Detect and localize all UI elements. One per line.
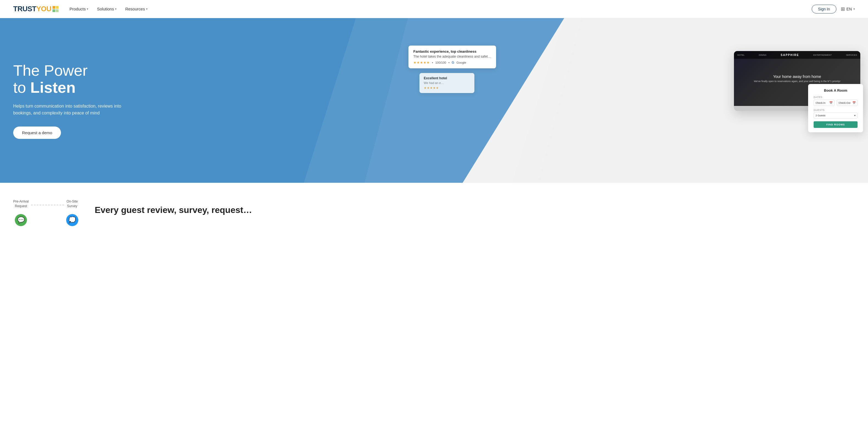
star-rating-1: ★★★★★ xyxy=(413,61,430,65)
square-green xyxy=(53,9,55,12)
review-card-2: Excellent hotel We had an e… ★★★★★ xyxy=(420,73,474,93)
hotel-subtext: We've finally open to reservations again… xyxy=(754,80,840,82)
whatsapp-icon: 💬 xyxy=(15,214,27,226)
square-light-green xyxy=(56,9,59,12)
review-card-1: Fantastic experience, top cleanliness Th… xyxy=(408,45,496,68)
guests-label: GUESTS xyxy=(814,109,858,111)
journey-row: Pre-Arrival Request 💬 On-Site Survey 💭 xyxy=(13,199,855,226)
nav-solutions[interactable]: Solutions ▾ xyxy=(97,7,117,11)
book-room-widget: Book A Room DATES Check-In 📅 Check-Out 📅… xyxy=(808,84,863,132)
chevron-down-icon: ▾ xyxy=(854,7,855,10)
journey-item-pre-arrival: Pre-Arrival Request 💬 xyxy=(13,199,29,226)
calendar-icon: 📅 xyxy=(852,101,856,104)
translate-icon: ⊞ xyxy=(841,6,845,12)
chevron-down-icon: ▾ xyxy=(854,114,856,117)
square-yellow xyxy=(56,6,59,9)
chevron-down-icon: ▾ xyxy=(87,7,88,10)
hotel-nav-bar: HOTEL DINING SAPPHIRE ENTERTAINMENT SERV… xyxy=(734,51,860,59)
hotel-tagline: Your home away from home xyxy=(754,74,840,79)
journey-item-onsite: On-Site Survey 💭 xyxy=(66,199,78,226)
chevron-down-icon: ▾ xyxy=(146,7,148,10)
star-rating-2: ★★★★★ xyxy=(424,86,470,90)
sign-in-button[interactable]: Sign In xyxy=(812,5,836,13)
nav-products[interactable]: Products ▾ xyxy=(69,7,88,11)
bottom-right-text: Every guest review, survey, request… xyxy=(95,199,855,215)
hero-subtitle: Helps turn communication into satisfacti… xyxy=(13,103,129,116)
logo-grid xyxy=(53,6,59,12)
navbar-right: Sign In ⊞ EN ▾ xyxy=(812,5,855,13)
language-selector[interactable]: ⊞ EN ▾ xyxy=(841,6,855,12)
journey-connector-1 xyxy=(29,199,66,208)
check-in-field[interactable]: Check-In 📅 xyxy=(814,100,835,106)
find-rooms-button[interactable]: FIND ROOMS xyxy=(814,121,858,128)
hotel-overlay-text: Your home away from home We've finally o… xyxy=(754,74,840,82)
hero-visuals: Fantastic experience, top cleanliness Th… xyxy=(392,35,855,166)
book-widget-title: Book A Room xyxy=(814,88,858,93)
nav-resources[interactable]: Resources ▾ xyxy=(125,7,148,11)
google-icon: G xyxy=(452,61,454,65)
review-title-2: Excellent hotel xyxy=(424,76,470,80)
hero-section: The Power to Listen Helps turn communica… xyxy=(0,18,868,183)
bottom-section: Pre-Arrival Request 💬 On-Site Survey 💭 xyxy=(0,183,868,232)
square-orange xyxy=(53,6,55,9)
dotted-line-1 xyxy=(31,205,64,205)
dates-label: DATES xyxy=(814,96,858,99)
logo-squares xyxy=(53,6,59,12)
date-fields: Check-In 📅 Check-Out 📅 xyxy=(814,100,858,106)
review-body-2: We had an e… xyxy=(424,81,470,85)
hero-text-block: The Power to Listen Helps turn communica… xyxy=(13,62,392,139)
chevron-down-icon: ▾ xyxy=(115,7,117,10)
logo-text: TRUSTYOU xyxy=(13,5,51,13)
hero-content: The Power to Listen Helps turn communica… xyxy=(0,18,868,183)
hero-title: The Power to Listen xyxy=(13,62,392,96)
logo[interactable]: TRUSTYOU xyxy=(13,5,59,13)
onsite-label: On-Site Survey xyxy=(66,199,78,209)
check-out-field[interactable]: Check-Out 📅 xyxy=(837,100,858,106)
journey-timeline: Pre-Arrival Request 💬 On-Site Survey 💭 xyxy=(13,199,78,226)
hotel-logo: SAPPHIRE xyxy=(781,54,799,57)
review-footer-1: ★★★★★ • 100/100 • G Google xyxy=(413,61,491,65)
review-title-1: Fantastic experience, top cleanliness xyxy=(413,49,491,54)
navbar-left: TRUSTYOU Products ▾ Solutions ▾ xyxy=(13,5,148,13)
calendar-icon: 📅 xyxy=(829,101,833,104)
review-body-1: The hotel takes the adequate cleanliness… xyxy=(413,55,491,59)
nav-links: Products ▾ Solutions ▾ Resources ▾ xyxy=(69,7,148,11)
guests-select[interactable]: 2 Guests ▾ xyxy=(814,112,858,119)
pre-arrival-label: Pre-Arrival Request xyxy=(13,199,29,209)
survey-icon: 💭 xyxy=(66,214,78,226)
request-demo-button[interactable]: Request a demo xyxy=(13,127,61,139)
review-score-1: • xyxy=(432,61,433,64)
navbar: TRUSTYOU Products ▾ Solutions ▾ xyxy=(0,0,868,18)
bottom-title: Every guest review, survey, request… xyxy=(95,205,855,215)
